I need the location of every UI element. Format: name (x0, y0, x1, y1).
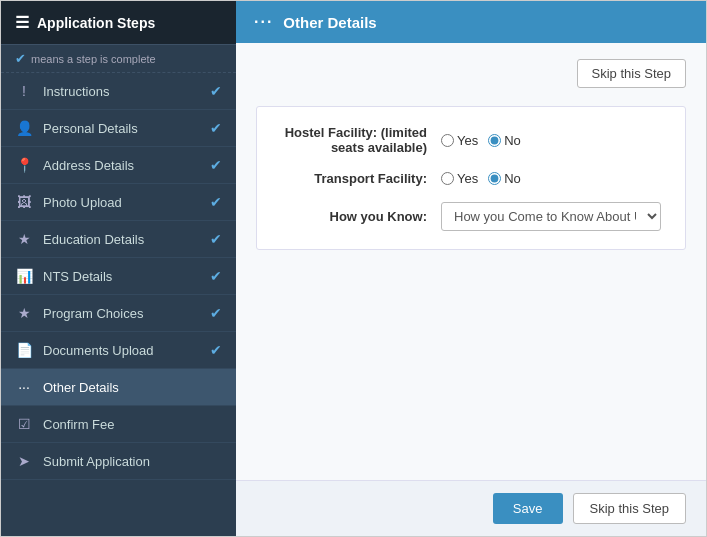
transport-radio-group: Yes No (441, 171, 521, 186)
sidebar-item-program-choices[interactable]: ★ Program Choices ✔ (1, 295, 236, 332)
main-body: Skip this Step Hostel Facility: (limited… (236, 43, 706, 480)
instructions-check: ✔ (210, 83, 222, 99)
sidebar-item-documents-upload[interactable]: 📄 Documents Upload ✔ (1, 332, 236, 369)
main-header: ··· Other Details (236, 1, 706, 43)
hostel-radio-group: Yes No (441, 133, 521, 148)
instructions-icon: ! (15, 83, 33, 99)
legend-text: means a step is complete (31, 53, 156, 65)
sidebar: ☰ Application Steps ✔ means a step is co… (1, 1, 236, 536)
hostel-no-radio[interactable] (488, 134, 501, 147)
sidebar-item-other-details[interactable]: ··· Other Details (1, 369, 236, 406)
main-footer: Save Skip this Step (236, 480, 706, 536)
sidebar-item-personal-details[interactable]: 👤 Personal Details ✔ (1, 110, 236, 147)
sidebar-item-label: Instructions (43, 84, 109, 99)
sidebar-item-label: Program Choices (43, 306, 143, 321)
how-you-know-label: How you Know: (277, 209, 427, 224)
hostel-label: Hostel Facility: (limited seats availabl… (277, 125, 427, 155)
personal-details-icon: 👤 (15, 120, 33, 136)
sidebar-item-submit-application[interactable]: ➤ Submit Application (1, 443, 236, 480)
transport-yes-option[interactable]: Yes (441, 171, 478, 186)
legend-check-icon: ✔ (15, 51, 26, 66)
sidebar-item-label: Confirm Fee (43, 417, 115, 432)
sidebar-item-instructions[interactable]: ! Instructions ✔ (1, 73, 236, 110)
sidebar-item-photo-upload[interactable]: 🖼 Photo Upload ✔ (1, 184, 236, 221)
photo-upload-check: ✔ (210, 194, 222, 210)
nts-details-icon: 📊 (15, 268, 33, 284)
sidebar-item-label: Education Details (43, 232, 144, 247)
transport-no-radio[interactable] (488, 172, 501, 185)
form-section: Hostel Facility: (limited seats availabl… (256, 106, 686, 250)
program-choices-check: ✔ (210, 305, 222, 321)
hostel-no-label: No (504, 133, 521, 148)
transport-label: Transport Facility: (277, 171, 427, 186)
hostel-yes-radio[interactable] (441, 134, 454, 147)
submit-application-icon: ➤ (15, 453, 33, 469)
hamburger-icon[interactable]: ☰ (15, 13, 29, 32)
other-details-icon: ··· (15, 379, 33, 395)
sidebar-item-address-details[interactable]: 📍 Address Details ✔ (1, 147, 236, 184)
documents-upload-check: ✔ (210, 342, 222, 358)
skip-bottom-button[interactable]: Skip this Step (573, 493, 687, 524)
how-you-know-select[interactable]: How you Come to Know About Us Friend Int… (441, 202, 661, 231)
documents-upload-icon: 📄 (15, 342, 33, 358)
transport-row: Transport Facility: Yes No (277, 171, 665, 186)
sidebar-item-label: Personal Details (43, 121, 138, 136)
sidebar-item-label: NTS Details (43, 269, 112, 284)
sidebar-legend: ✔ means a step is complete (1, 45, 236, 73)
skip-top-button[interactable]: Skip this Step (577, 59, 687, 88)
transport-no-label: No (504, 171, 521, 186)
hostel-yes-label: Yes (457, 133, 478, 148)
how-you-know-row: How you Know: How you Come to Know About… (277, 202, 665, 231)
transport-yes-label: Yes (457, 171, 478, 186)
photo-upload-icon: 🖼 (15, 194, 33, 210)
sidebar-item-label: Documents Upload (43, 343, 154, 358)
sidebar-header: ☰ Application Steps (1, 1, 236, 45)
program-choices-icon: ★ (15, 305, 33, 321)
hostel-yes-option[interactable]: Yes (441, 133, 478, 148)
hostel-no-option[interactable]: No (488, 133, 521, 148)
skip-top-area: Skip this Step (256, 59, 686, 88)
sidebar-item-label: Photo Upload (43, 195, 122, 210)
sidebar-item-label: Submit Application (43, 454, 150, 469)
nts-details-check: ✔ (210, 268, 222, 284)
main-header-title: Other Details (283, 14, 376, 31)
sidebar-title: Application Steps (37, 15, 155, 31)
address-details-icon: 📍 (15, 157, 33, 173)
save-button[interactable]: Save (493, 493, 563, 524)
transport-yes-radio[interactable] (441, 172, 454, 185)
sidebar-item-confirm-fee[interactable]: ☑ Confirm Fee (1, 406, 236, 443)
sidebar-item-education-details[interactable]: ★ Education Details ✔ (1, 221, 236, 258)
main-content: ··· Other Details Skip this Step Hostel … (236, 1, 706, 536)
hostel-row: Hostel Facility: (limited seats availabl… (277, 125, 665, 155)
personal-details-check: ✔ (210, 120, 222, 136)
how-you-know-control: How you Come to Know About Us Friend Int… (441, 202, 661, 231)
header-dots-icon: ··· (254, 13, 273, 31)
confirm-fee-icon: ☑ (15, 416, 33, 432)
education-details-icon: ★ (15, 231, 33, 247)
sidebar-item-nts-details[interactable]: 📊 NTS Details ✔ (1, 258, 236, 295)
sidebar-item-label: Address Details (43, 158, 134, 173)
sidebar-item-label: Other Details (43, 380, 119, 395)
education-details-check: ✔ (210, 231, 222, 247)
address-details-check: ✔ (210, 157, 222, 173)
transport-no-option[interactable]: No (488, 171, 521, 186)
